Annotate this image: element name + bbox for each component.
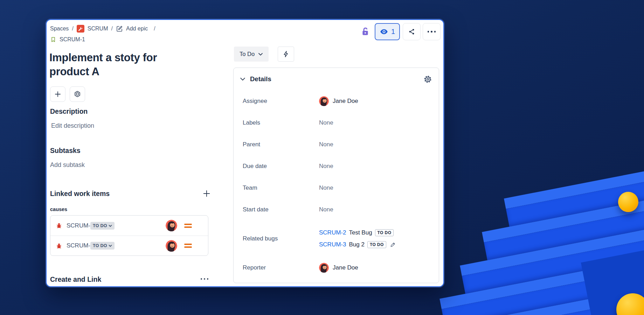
related-bug-summary: Test Bug xyxy=(349,229,372,236)
status-dropdown[interactable]: To Do xyxy=(234,47,269,62)
hexagon-nut-icon xyxy=(74,90,81,98)
breadcrumb-add-epic[interactable]: Add epic xyxy=(126,26,148,32)
details-panel: Details Assignee Jane Doe Labels None xyxy=(233,68,439,283)
create-and-link-heading: Create and Link xyxy=(50,275,101,284)
labels-value[interactable]: None xyxy=(319,119,333,126)
plus-icon xyxy=(54,90,62,98)
related-bug-key-link[interactable]: SCRUM-3 xyxy=(319,241,346,248)
linked-item-row[interactable]: SCRUM-3 TO DO xyxy=(50,236,208,255)
field-label: Due date xyxy=(243,163,319,170)
reporter-name: Jane Doe xyxy=(333,264,358,271)
breadcrumb: Spaces / SCRUM / Add epic / xyxy=(50,25,155,33)
priority-medium-icon[interactable] xyxy=(184,244,192,248)
edit-epic-icon xyxy=(116,25,123,32)
plus-icon xyxy=(202,189,211,198)
breadcrumb-spaces[interactable]: Spaces xyxy=(50,26,69,32)
field-label: Related bugs xyxy=(243,235,319,242)
related-bug-key-link[interactable]: SCRUM-2 xyxy=(319,229,346,236)
issue-title[interactable]: Implement a stoty for product A xyxy=(49,51,178,79)
issue-card: Spaces / SCRUM / Add epic / SCRUM-1 Impl… xyxy=(46,19,444,287)
linked-work-items-heading: Linked work items xyxy=(50,190,110,198)
chevron-down-icon xyxy=(109,244,112,247)
linked-items-list: SCRUM-2 TO DO SCRUM-3 xyxy=(50,215,208,256)
assignee-avatar[interactable] xyxy=(166,220,177,231)
due-date-value[interactable]: None xyxy=(319,163,333,170)
add-subtask-field[interactable]: Add subtask xyxy=(50,161,85,169)
team-value[interactable]: None xyxy=(319,184,333,191)
watchers-button[interactable]: 1 xyxy=(375,23,400,40)
status-chip: TO DO xyxy=(367,241,386,248)
parent-value[interactable]: None xyxy=(319,141,333,148)
chevron-down-icon[interactable] xyxy=(240,77,245,81)
lightning-icon xyxy=(282,50,290,58)
status-chip-dropdown[interactable]: TO DO xyxy=(90,242,115,250)
description-heading: Description xyxy=(50,107,88,115)
priority-medium-icon[interactable] xyxy=(184,224,192,228)
assignee-value[interactable]: Jane Doe xyxy=(319,96,358,106)
field-row-labels: Labels None xyxy=(234,112,439,134)
status-chip-dropdown[interactable]: TO DO xyxy=(90,222,115,230)
gear-icon[interactable] xyxy=(424,75,432,83)
bug-icon xyxy=(56,222,62,229)
watchers-count: 1 xyxy=(391,28,395,36)
start-date-value[interactable]: None xyxy=(319,206,333,213)
apps-button[interactable] xyxy=(70,86,85,102)
subtasks-heading: Subtasks xyxy=(50,147,81,155)
linked-item-row[interactable]: SCRUM-2 TO DO xyxy=(50,216,208,236)
add-button[interactable] xyxy=(50,86,65,102)
more-icon xyxy=(428,31,436,33)
field-label: Team xyxy=(243,184,319,191)
breadcrumb-separator: / xyxy=(72,26,73,32)
more-button[interactable] xyxy=(423,23,441,40)
field-row-assignee: Assignee Jane Doe xyxy=(234,90,439,112)
project-avatar-wrench-icon xyxy=(77,25,84,33)
assignee-name: Jane Doe xyxy=(333,98,358,105)
avatar xyxy=(319,263,329,273)
breadcrumb-issue: SCRUM-1 xyxy=(50,36,85,43)
share-button[interactable] xyxy=(403,23,421,40)
field-row-related-bugs: Related bugs SCRUM-2 Test Bug TO DO SCRU… xyxy=(234,220,439,257)
details-title: Details xyxy=(250,75,271,83)
field-row-start-date: Start date None xyxy=(234,199,439,220)
breadcrumb-project[interactable]: SCRUM xyxy=(88,26,108,32)
status-chip-label: TO DO xyxy=(93,223,107,228)
breadcrumb-separator: / xyxy=(154,26,155,32)
link-group-label: causes xyxy=(50,206,67,212)
reporter-value[interactable]: Jane Doe xyxy=(319,263,358,273)
create-link-more-icon[interactable] xyxy=(201,278,208,280)
automation-button[interactable] xyxy=(278,47,294,62)
breadcrumb-issue-key[interactable]: SCRUM-1 xyxy=(60,36,85,43)
field-row-reporter: Reporter Jane Doe xyxy=(234,257,439,279)
related-bug-summary: Bug 2 xyxy=(349,241,364,248)
field-label: Assignee xyxy=(243,98,319,105)
bug-icon xyxy=(56,243,62,249)
linked-item-key[interactable]: SCRUM-2 xyxy=(67,222,91,229)
breadcrumb-separator: / xyxy=(111,26,113,32)
assignee-avatar[interactable] xyxy=(166,240,177,252)
field-label: Parent xyxy=(243,141,319,148)
related-bug-item: SCRUM-2 Test Bug TO DO xyxy=(319,229,396,236)
field-label: Start date xyxy=(243,206,319,213)
avatar xyxy=(319,96,329,106)
related-bug-item: SCRUM-3 Bug 2 TO DO xyxy=(319,241,396,248)
status-label: To Do xyxy=(240,51,255,57)
chevron-down-icon xyxy=(109,224,112,227)
field-row-team: Team None xyxy=(234,177,439,199)
eye-icon xyxy=(380,27,388,36)
story-bookmark-icon xyxy=(50,36,56,43)
chevron-down-icon xyxy=(258,52,263,56)
linked-item-key[interactable]: SCRUM-3 xyxy=(67,242,91,249)
edit-description-field[interactable]: Edit description xyxy=(51,122,94,130)
field-row-parent: Parent None xyxy=(234,134,439,155)
status-chip-label: TO DO xyxy=(93,243,107,248)
field-label: Labels xyxy=(243,119,319,126)
pencil-edit-icon[interactable] xyxy=(390,242,396,248)
field-label: Reporter xyxy=(243,264,319,271)
unlock-icon[interactable] xyxy=(360,26,371,37)
status-chip: TO DO xyxy=(375,229,394,236)
share-icon xyxy=(408,28,415,35)
add-linked-item-button[interactable] xyxy=(201,188,212,199)
details-header: Details xyxy=(234,68,439,90)
field-row-due-date: Due date None xyxy=(234,155,439,177)
title-actions xyxy=(50,86,85,102)
